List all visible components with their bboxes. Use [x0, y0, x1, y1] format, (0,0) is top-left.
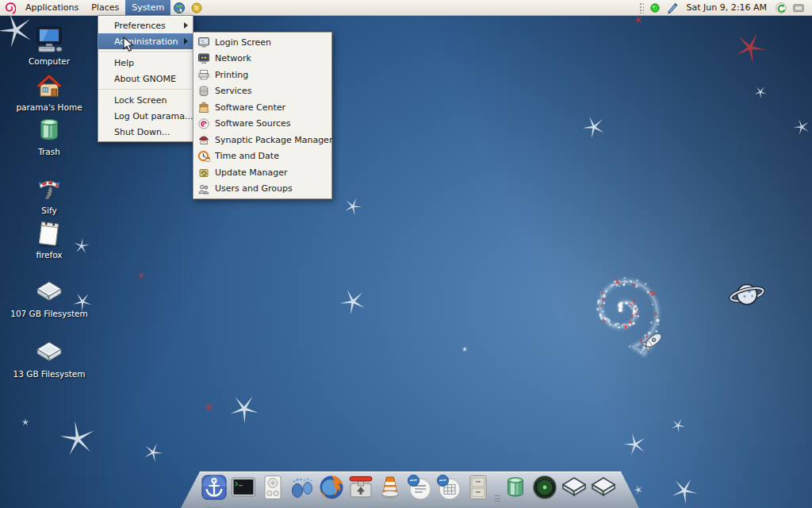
update-manager-icon — [197, 166, 210, 179]
desktop-icon-firefox[interactable]: firefox — [10, 217, 89, 260]
update-swirl-icon[interactable] — [775, 2, 787, 14]
admin-item-software-sources[interactable]: Software Sources — [193, 116, 331, 133]
drive-icon — [589, 473, 618, 505]
trash-icon — [501, 473, 530, 505]
submenu-arrow-icon — [184, 38, 188, 44]
dock-item-footprints[interactable] — [288, 473, 316, 502]
system-menu-item-lock-screen[interactable]: Lock Screen — [98, 92, 193, 108]
system-menu-item-log-out-parama[interactable]: Log Out parama... — [98, 108, 193, 124]
desktop-icon-trash[interactable]: Trash — [10, 114, 89, 156]
menu-item-label: Help — [114, 58, 134, 68]
footprints-icon — [288, 473, 316, 505]
dock-icon-reflection — [589, 502, 618, 508]
system-menu-item-preferences[interactable]: Preferences — [98, 17, 193, 33]
blue-pen-icon[interactable] — [666, 2, 679, 14]
software-sources-icon — [197, 117, 210, 130]
dock-item-green-orb[interactable] — [530, 473, 559, 502]
system-menu-item-help[interactable]: Help — [98, 55, 193, 71]
menu-item-label: Login Screen — [215, 37, 271, 48]
file-cabinet-icon — [464, 473, 492, 505]
time-date-icon — [197, 150, 210, 163]
menu-item-label: Update Manager — [215, 167, 288, 178]
desktop-icon-label: 107 GB Filesystem — [10, 309, 89, 318]
admin-item-time-date[interactable]: Time and Date — [193, 148, 331, 165]
menubar-menu-label: Applications — [25, 2, 79, 13]
dock-icon-reflection — [259, 502, 287, 508]
firefox-icon — [317, 473, 346, 505]
dock-item-drive[interactable] — [589, 473, 618, 502]
desktop-icon-label: 13 GB Filesystem — [10, 369, 89, 379]
system-menu-item-administration[interactable]: Administration — [98, 33, 193, 49]
desktop-icon-label: parama's Home — [10, 102, 89, 112]
menubar-menu-applications[interactable]: Applications — [19, 0, 85, 15]
dock-icon-reflection — [288, 502, 316, 508]
dock-item-terminal[interactable] — [229, 473, 258, 502]
dock-icon-reflection — [464, 502, 492, 508]
menu-item-label: Synaptic Package Manager — [215, 135, 332, 145]
menubar-menu-label: System — [132, 2, 164, 13]
admin-item-synaptic[interactable]: Synaptic Package Manager — [193, 132, 331, 148]
admin-item-printer[interactable]: Printing — [193, 67, 331, 83]
drive-icon — [560, 473, 588, 505]
dock-item-firefox[interactable] — [317, 473, 346, 502]
menubar-menu-places[interactable]: Places — [85, 0, 125, 15]
menu-separator — [98, 49, 193, 55]
desktop-icon-sify[interactable]: Sify — [10, 173, 89, 215]
yellow-ball-icon[interactable] — [190, 2, 203, 14]
admin-item-software-center[interactable]: Software Center — [193, 99, 331, 116]
desktop-icon-label: Trash — [10, 147, 89, 156]
dock-item-file-cabinet[interactable] — [464, 473, 492, 502]
software-center-icon — [197, 101, 210, 114]
browser-globe-icon[interactable] — [173, 2, 186, 14]
sify-icon — [10, 173, 89, 205]
gray-tray-icon[interactable] — [792, 2, 805, 14]
menu-item-label: Software Sources — [215, 118, 291, 129]
green-dot-icon[interactable] — [649, 2, 661, 14]
menubar-menu-label: Places — [91, 2, 119, 13]
admin-item-update-manager[interactable]: Update Manager — [193, 164, 331, 181]
admin-item-users-groups[interactable]: Users and Groups — [193, 181, 331, 198]
docky-anchor-icon — [200, 473, 228, 505]
desktop-icon-parama-s-home[interactable]: parama's Home — [10, 70, 89, 112]
menu-item-label: About GNOME — [114, 74, 176, 84]
dock-icon-reflection — [229, 502, 258, 508]
dock-item-ooo-calc[interactable] — [435, 473, 463, 502]
menu-item-label: Time and Date — [215, 151, 279, 161]
debian-logo-icon[interactable] — [4, 2, 16, 13]
panel-left: ApplicationsPlacesSystem — [0, 0, 205, 15]
dock-item-vlc[interactable] — [376, 473, 404, 502]
menubar-menu-system[interactable]: System — [125, 0, 170, 15]
desktop-icon-computer[interactable]: Computer — [10, 24, 89, 66]
clock[interactable]: Sat Jun 9, 2:16 AM — [687, 2, 767, 13]
trash-icon — [10, 114, 89, 146]
dock-item-trash[interactable] — [501, 473, 530, 502]
dock-icon-reflection — [317, 502, 346, 508]
admin-item-login-screen[interactable]: Login Screen — [193, 34, 331, 51]
admin-item-services[interactable]: Services — [193, 83, 331, 100]
printer-icon — [197, 68, 210, 81]
synaptic-icon — [197, 133, 210, 146]
tray-drag-handle[interactable] — [639, 2, 644, 13]
dock-separator — [493, 473, 501, 505]
dock-item-transmission[interactable] — [347, 473, 375, 502]
dock-item-speaker[interactable] — [259, 473, 287, 502]
dock-icon-reflection — [530, 502, 559, 508]
dock-item-drive[interactable] — [560, 473, 588, 502]
admin-item-network[interactable]: Network — [193, 51, 331, 67]
desktop-icon-107-gb-filesystem[interactable]: 107 GB Filesystem — [10, 276, 89, 318]
desktop-icon-label: firefox — [10, 250, 89, 260]
system-menu-item-shut-down[interactable]: Shut Down... — [98, 124, 193, 140]
desktop-icon-label: Computer — [10, 56, 89, 66]
desktop-icon-13-gb-filesystem[interactable]: 13 GB Filesystem — [10, 337, 89, 379]
system-menu: PreferencesAdministrationHelpAbout GNOME… — [98, 15, 193, 142]
dock — [200, 473, 619, 508]
terminal-icon — [229, 473, 258, 505]
notepad-icon — [10, 217, 89, 249]
dock-icon-reflection — [347, 502, 375, 508]
dock-icon-reflection — [501, 502, 530, 508]
menu-item-label: Network — [215, 53, 251, 64]
dock-item-docky-anchor[interactable] — [200, 473, 228, 502]
menu-separator — [98, 87, 193, 92]
system-menu-item-about-gnome[interactable]: About GNOME — [98, 71, 193, 87]
dock-item-ooo-writer[interactable] — [405, 473, 434, 502]
